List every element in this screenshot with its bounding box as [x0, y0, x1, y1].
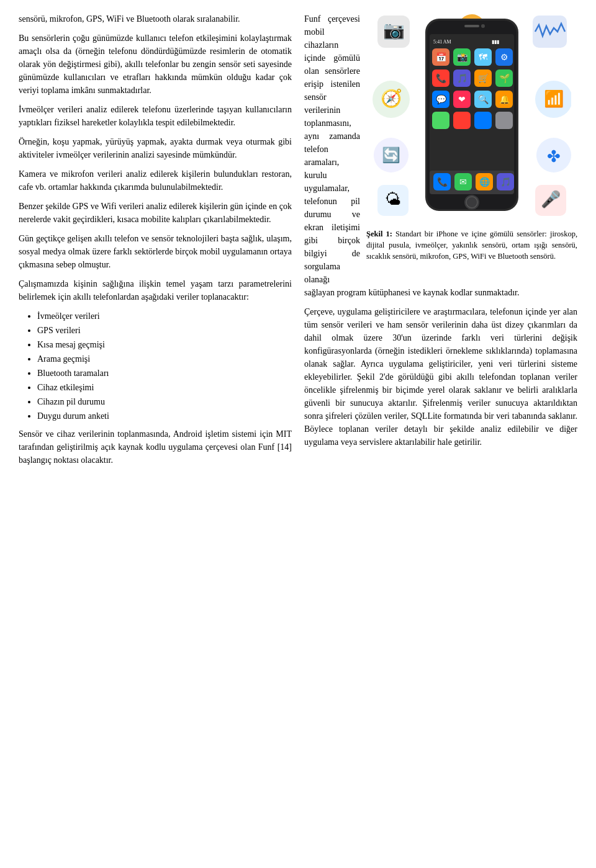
svg-rect-47	[453, 112, 471, 129]
svg-text:🗺: 🗺	[479, 53, 487, 62]
svg-point-62	[481, 24, 485, 28]
list-item: Cihazın pil durumu	[37, 395, 292, 408]
list-item: Duygu durum anketi	[37, 409, 292, 423]
svg-text:📷: 📷	[383, 20, 405, 40]
svg-text:📞: 📞	[436, 73, 447, 84]
svg-rect-46	[432, 112, 449, 129]
svg-text:🔄: 🔄	[382, 146, 400, 164]
para-4: Örneğin, koşu yapmak, yürüyüş yapmak, ay…	[19, 135, 292, 161]
para-1: sensörü, mikrofon, GPS, WiFi ve Bluetoot…	[19, 12, 292, 25]
page-container: sensörü, mikrofon, GPS, WiFi ve Bluetoot…	[0, 0, 596, 485]
svg-rect-49	[495, 112, 513, 129]
svg-text:📶: 📶	[544, 89, 564, 109]
para-last: Sensör ve cihaz verilerinin toplanmasınd…	[19, 427, 292, 467]
figure-label: Şekil 1:	[366, 230, 392, 238]
para-7: Gün geçtikçe gelişen akıllı telefon ve s…	[19, 232, 292, 271]
svg-text:📅: 📅	[436, 52, 447, 63]
list-item: Cihaz etkileşimi	[37, 381, 292, 394]
para-3: İvmeölçer verileri analiz edilerek telef…	[19, 103, 292, 129]
svg-text:🎤: 🎤	[541, 189, 561, 209]
svg-rect-48	[474, 112, 492, 129]
svg-text:🎵: 🎵	[457, 73, 468, 84]
svg-text:🧭: 🧭	[381, 88, 402, 109]
svg-text:📸: 📸	[457, 52, 468, 63]
svg-text:▮▮▮: ▮▮▮	[492, 39, 499, 45]
right-para-2: Çerçeve, uygulama geliştiricilere ve ara…	[304, 305, 577, 449]
svg-text:🎵: 🎵	[500, 177, 512, 187]
para-6: Benzer şekilde GPS ve Wifi verileri anal…	[19, 200, 292, 226]
left-column: sensörü, mikrofon, GPS, WiFi ve Bluetoot…	[19, 12, 292, 473]
list-item: İvmeölçer verileri	[37, 310, 292, 323]
svg-text:🌐: 🌐	[479, 177, 490, 187]
phone-svg: 📷 ☀ 🧭 📶 🔄	[372, 12, 571, 223]
svg-text:✤: ✤	[547, 148, 561, 166]
svg-rect-61	[464, 25, 479, 27]
list-item: Arama geçmişi	[37, 352, 292, 365]
svg-text:🛒: 🛒	[478, 73, 489, 84]
svg-text:🌤: 🌤	[385, 190, 401, 208]
right-column: 📷 ☀ 🧭 📶 🔄	[304, 12, 577, 473]
para-5: Kamera ve mikrofon verileri analiz edile…	[19, 168, 292, 194]
list-item: GPS verileri	[37, 324, 292, 337]
svg-text:🔔: 🔔	[499, 94, 510, 105]
svg-text:5:41 AM: 5:41 AM	[433, 39, 451, 45]
svg-text:🌱: 🌱	[499, 73, 510, 84]
list-item: Bluetooth taramaları	[37, 367, 292, 380]
figure-caption-text: Standart bir iPhone ve içine gömülü sens…	[366, 230, 577, 261]
svg-text:✉: ✉	[459, 177, 467, 187]
figure-caption: Şekil 1: Standart bir iPhone ve içine gö…	[366, 228, 577, 262]
svg-text:📞: 📞	[437, 177, 448, 187]
svg-text:❤: ❤	[458, 95, 466, 104]
svg-text:💬: 💬	[436, 94, 447, 105]
figure-1: 📷 ☀ 🧭 📶 🔄	[366, 12, 577, 268]
svg-text:🔍: 🔍	[478, 94, 489, 105]
para-8: Çalışmamızda kişinin sağlığına ilişkin t…	[19, 277, 292, 303]
phone-illustration: 📷 ☀ 🧭 📶 🔄	[366, 12, 577, 223]
para-2: Bu sensörlerin çoğu günümüzde kullanıcı …	[19, 32, 292, 97]
list-item: Kısa mesaj geçmişi	[37, 338, 292, 351]
svg-text:⚙: ⚙	[500, 53, 508, 62]
data-list: İvmeölçer verileri GPS verileri Kısa mes…	[37, 310, 292, 423]
